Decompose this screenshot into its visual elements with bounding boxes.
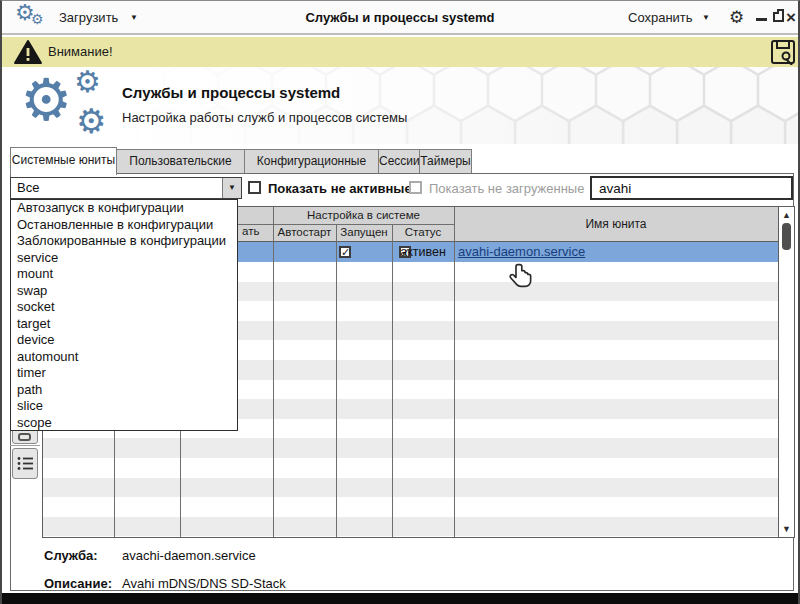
- description-label: Описание:: [44, 576, 112, 591]
- logo-gear-bottom-icon: ⚙: [76, 104, 106, 138]
- show-unloaded-checkbox: [409, 181, 422, 194]
- logo-gear-top-icon: ⚙: [74, 67, 101, 97]
- minimize-button[interactable]: [756, 18, 767, 21]
- dropdown-item[interactable]: slice: [11, 398, 237, 415]
- tab-0[interactable]: Системные юниты: [10, 147, 117, 175]
- tab-4[interactable]: Таймеры: [419, 149, 472, 174]
- column-line: [392, 224, 393, 537]
- page-title: Службы и процессы systemd: [122, 84, 340, 101]
- tab-1[interactable]: Пользовательские юниты: [116, 149, 245, 174]
- warning-bar: Внимание!: [2, 37, 798, 67]
- restore-button-icon: [777, 9, 784, 14]
- scroll-up-icon[interactable]: ▲: [779, 210, 794, 220]
- header-group-system: Настройка в системе: [273, 209, 454, 221]
- toolbar-separator: [10, 445, 40, 446]
- combobox-dropdown-arrow-icon[interactable]: ▼: [222, 178, 241, 198]
- dropdown-item[interactable]: socket: [11, 299, 237, 316]
- app-window: ⚙ ⚙ Загрузить ▼ Службы и процессы system…: [0, 0, 800, 604]
- unit-type-combobox[interactable]: [10, 177, 242, 199]
- service-label: Служба:: [44, 548, 98, 563]
- hero-banner: ⚙ ⚙ ⚙ Службы и процессы systemd Настройк…: [2, 67, 798, 144]
- hand-cursor-icon: [509, 263, 534, 290]
- window-bottom-edge: [2, 593, 798, 604]
- dropdown-item[interactable]: device: [11, 332, 237, 349]
- dropdown-item[interactable]: mount: [11, 266, 237, 283]
- header-running[interactable]: Запущен: [336, 226, 392, 238]
- clipped-toolbar-icon: [18, 433, 31, 441]
- status-value: активен: [392, 242, 454, 262]
- column-line: [273, 207, 274, 537]
- unit-type-dropdown-list: Автозапуск в конфигурацииОстановленные в…: [10, 199, 238, 431]
- hero-fade: [2, 67, 798, 144]
- warning-text: Внимание!: [48, 37, 113, 67]
- dropdown-item[interactable]: service: [11, 250, 237, 267]
- dropdown-item[interactable]: timer: [11, 365, 237, 382]
- logo-gear-large-icon: ⚙: [20, 71, 72, 129]
- save-menu-button[interactable]: Сохранить: [628, 1, 693, 35]
- dropdown-item[interactable]: swap: [11, 283, 237, 300]
- dropdown-item[interactable]: Заблокированные в конфигурации: [11, 233, 237, 250]
- dropdown-item[interactable]: scope: [11, 415, 237, 432]
- table-scrollbar[interactable]: ▲ ▼: [778, 206, 795, 538]
- unit-type-selected-value: Все: [17, 177, 39, 199]
- titlebar: ⚙ ⚙ Загрузить ▼ Службы и процессы system…: [2, 1, 798, 35]
- description-value: Avahi mDNS/DNS SD-Stack: [122, 576, 286, 591]
- dropdown-item[interactable]: target: [11, 316, 237, 333]
- service-value: avachi-daemon.service: [122, 548, 256, 563]
- warning-triangle-icon: [14, 40, 42, 65]
- tab-3[interactable]: Сессии: [378, 149, 420, 174]
- show-inactive-checkbox[interactable]: [248, 181, 261, 194]
- unit-name-link[interactable]: avahi-daemon.service: [458, 242, 585, 262]
- dropdown-item[interactable]: automount: [11, 349, 237, 366]
- tab-strip: Системные юнитыПользовательские юнитыКон…: [2, 147, 798, 174]
- show-inactive-label[interactable]: Показать не активные: [268, 178, 412, 199]
- column-line: [336, 224, 337, 537]
- scrollbar-thumb[interactable]: [782, 223, 791, 250]
- header-status[interactable]: Статус: [392, 226, 454, 238]
- search-input[interactable]: [590, 176, 793, 200]
- dropdown-item[interactable]: Автозапуск в конфигурации: [11, 200, 237, 217]
- dropdown-item[interactable]: path: [11, 382, 237, 399]
- dropdown-item[interactable]: Остановленные в конфигурации: [11, 217, 237, 234]
- header-unit-name[interactable]: Имя юнита: [454, 207, 778, 241]
- save-floppy-icon[interactable]: [770, 39, 796, 65]
- column-line: [454, 207, 455, 537]
- page-subtitle: Настройка работы служб и процессов систе…: [122, 110, 407, 125]
- header-autostart[interactable]: Автостарт: [273, 226, 336, 238]
- list-view-icon: [17, 456, 34, 471]
- header-left-fragment: ать: [242, 225, 274, 237]
- settings-gear-icon[interactable]: ⚙: [729, 1, 744, 35]
- tab-2[interactable]: Конфигурационные файлы: [244, 149, 379, 174]
- list-view-button[interactable]: [12, 448, 38, 479]
- close-button[interactable]: ×: [786, 1, 800, 34]
- show-unloaded-label: Показать не загруженные: [429, 178, 584, 199]
- autostart-checkbox[interactable]: ✓: [339, 246, 351, 258]
- save-menu-arrow-icon[interactable]: ▼: [702, 1, 710, 35]
- scroll-down-icon[interactable]: ▼: [779, 524, 794, 534]
